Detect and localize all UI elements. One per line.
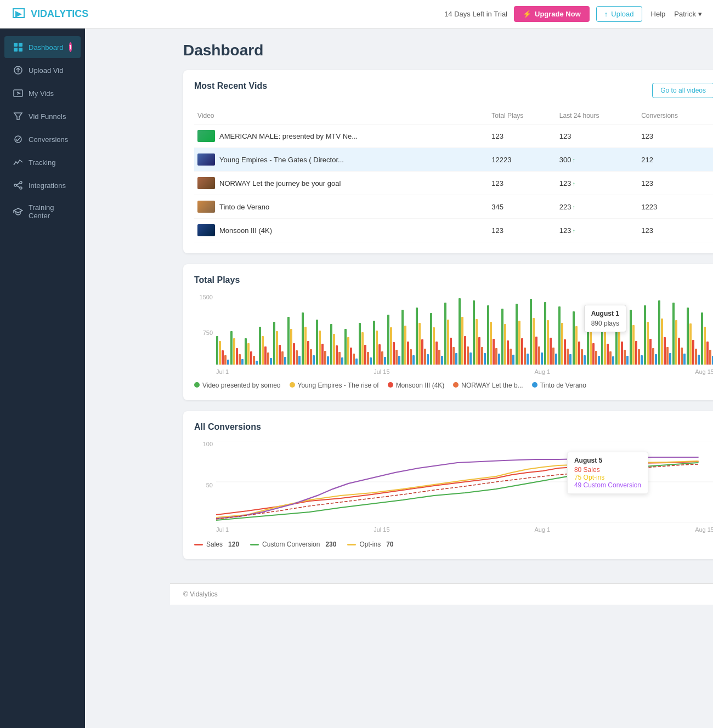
bar (581, 349, 583, 365)
bar (444, 303, 446, 365)
bar (507, 340, 509, 365)
bar-group (701, 312, 713, 365)
bar-group (672, 303, 686, 365)
video-cell: Tinto de Verano (194, 195, 488, 219)
bar (359, 323, 361, 365)
bar-group (558, 306, 571, 365)
bar (530, 299, 532, 365)
upgrade-button[interactable]: ⚡ Upgrade Now (514, 6, 590, 22)
bar (373, 321, 375, 365)
bar (524, 348, 526, 365)
main-content: Dashboard ≡ Nov 1 2021 — Dec 10 2021 ▾ M… (170, 29, 713, 583)
bar (555, 354, 557, 365)
card-header: Most Recent Vids Go to all videos (194, 81, 713, 100)
bar (355, 359, 358, 365)
svg-marker-1 (15, 11, 22, 18)
bar (544, 302, 546, 365)
bar (501, 309, 503, 365)
sidebar-label: Vid Funnels (29, 112, 66, 121)
bar (538, 346, 540, 365)
bar-group (444, 303, 457, 365)
bar (222, 350, 224, 365)
bar (298, 356, 301, 365)
bar (341, 357, 343, 365)
bar (541, 352, 543, 365)
bar-group (487, 305, 500, 365)
sidebar-item-tracking[interactable]: Tracking (4, 151, 81, 173)
bar-group (273, 322, 286, 365)
col-video: Video (194, 107, 488, 124)
bar (661, 318, 663, 365)
bar (364, 345, 366, 365)
bar (230, 331, 233, 365)
sidebar-item-conversions[interactable]: Conversions (4, 128, 81, 150)
optins-label: Opt-ins (359, 541, 381, 548)
video-name: AMERICAN MALE: presented by MTV Ne... (219, 132, 358, 140)
sidebar-item-integrations[interactable]: Integrations (4, 174, 81, 196)
bar (584, 355, 586, 365)
bar (592, 343, 595, 365)
svg-rect-2 (14, 43, 18, 47)
bar-group (302, 312, 315, 365)
bar (416, 308, 418, 365)
bar (333, 334, 335, 365)
bar-group (687, 308, 700, 365)
logo[interactable]: VIDALYTICS (11, 7, 88, 22)
bar (701, 312, 703, 365)
sidebar-item-upload-vid[interactable]: Upload Vid (4, 59, 81, 81)
bar (607, 344, 609, 365)
svg-line-15 (16, 186, 20, 188)
all-conversions-card: All Conversions 100 50 (183, 411, 713, 559)
total-plays-cell: 345 (488, 195, 556, 219)
sidebar-item-my-vids[interactable]: My Vids (4, 82, 81, 104)
sidebar-label: Dashboard (29, 43, 64, 52)
go-to-all-videos-button[interactable]: Go to all videos (652, 83, 713, 98)
bar (704, 327, 706, 365)
bar (512, 355, 514, 365)
video-name: NORWAY Let the journey be your goal (219, 179, 341, 187)
total-plays-card: Total Plays 1500 750 (183, 264, 713, 400)
last24-cell: 223↑ (556, 195, 638, 219)
bar-group (516, 304, 529, 365)
bar (687, 308, 689, 365)
sidebar-item-training-center[interactable]: Training Center (4, 197, 81, 226)
sidebar-item-vid-funnels[interactable]: Vid Funnels (4, 105, 81, 127)
legend-item-3: Monsoon III (4K) (388, 382, 445, 389)
bar (689, 323, 692, 365)
help-link[interactable]: Help (651, 10, 666, 18)
bar-group (430, 313, 443, 365)
bar (575, 326, 578, 365)
bar (435, 342, 438, 365)
bar-group (644, 305, 657, 365)
bar (384, 357, 386, 365)
bar (626, 356, 629, 365)
bar (473, 300, 475, 365)
custom-line-icon (250, 544, 259, 545)
bar (410, 349, 412, 365)
sales-line-icon (194, 544, 203, 545)
bar (604, 330, 606, 365)
bar (561, 323, 563, 365)
bar (490, 322, 492, 365)
video-cell: Young Empires - The Gates ( Director... (194, 148, 488, 172)
svg-point-12 (20, 181, 22, 184)
video-name: Young Empires - The Gates ( Director... (219, 156, 344, 164)
user-menu[interactable]: Patrick ▾ (674, 10, 702, 18)
sidebar-item-dashboard[interactable]: Dashboard 1 (4, 36, 81, 58)
bar (336, 345, 338, 365)
bar (558, 306, 561, 365)
bar (418, 323, 421, 365)
bar (370, 357, 372, 365)
total-plays-cell: 123 (488, 124, 556, 148)
bar (632, 325, 635, 365)
conv-legend: Sales 120 Custom Conversion 230 (194, 541, 713, 548)
bar (347, 337, 349, 365)
sales-label: Sales (206, 541, 223, 548)
bar (376, 331, 378, 365)
bar (495, 348, 497, 365)
upload-top-button[interactable]: ↑ Upload (596, 6, 642, 22)
bar (236, 348, 238, 365)
video-thumb (197, 130, 215, 142)
bar (316, 320, 318, 365)
svg-point-13 (20, 187, 22, 189)
